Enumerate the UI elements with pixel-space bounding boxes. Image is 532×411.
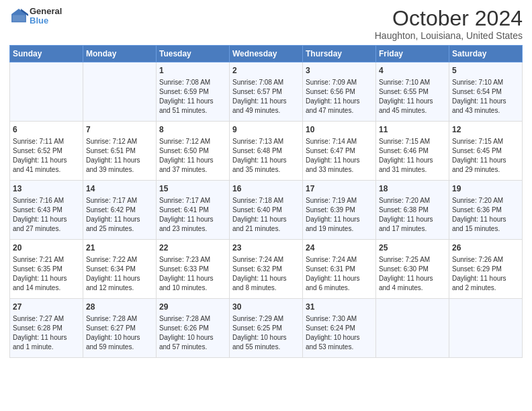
day-number: 15 bbox=[159, 183, 226, 195]
table-row bbox=[83, 62, 157, 122]
day-number: 25 bbox=[379, 242, 446, 254]
calendar-header: Sunday Monday Tuesday Wednesday Thursday… bbox=[10, 46, 523, 62]
day-number: 4 bbox=[379, 65, 446, 77]
logo-line2: Blue bbox=[30, 16, 62, 26]
col-wednesday: Wednesday bbox=[230, 46, 303, 62]
table-row: 9Sunrise: 7:13 AMSunset: 6:48 PMDaylight… bbox=[230, 122, 303, 181]
table-row: 18Sunrise: 7:20 AMSunset: 6:38 PMDayligh… bbox=[376, 181, 449, 240]
day-number: 29 bbox=[159, 302, 226, 313]
logo-icon bbox=[9, 7, 28, 26]
table-row: 23Sunrise: 7:24 AMSunset: 6:32 PMDayligh… bbox=[230, 240, 303, 299]
day-number: 6 bbox=[13, 124, 80, 136]
table-row: 29Sunrise: 7:28 AMSunset: 6:26 PMDayligh… bbox=[157, 299, 230, 358]
day-number: 11 bbox=[379, 124, 446, 136]
day-number: 1 bbox=[159, 65, 226, 77]
col-friday: Friday bbox=[376, 46, 449, 62]
table-row bbox=[10, 62, 83, 122]
table-row: 22Sunrise: 7:23 AMSunset: 6:33 PMDayligh… bbox=[157, 240, 230, 299]
day-number: 16 bbox=[232, 183, 300, 195]
table-row: 14Sunrise: 7:17 AMSunset: 6:42 PMDayligh… bbox=[83, 181, 157, 240]
day-number: 21 bbox=[86, 242, 153, 254]
day-number: 23 bbox=[232, 242, 300, 254]
table-row: 17Sunrise: 7:19 AMSunset: 6:39 PMDayligh… bbox=[303, 181, 376, 240]
day-number: 22 bbox=[159, 242, 226, 254]
day-number: 28 bbox=[86, 302, 153, 313]
day-number: 18 bbox=[379, 183, 446, 195]
table-row: 12Sunrise: 7:15 AMSunset: 6:45 PMDayligh… bbox=[449, 122, 523, 181]
table-row: 31Sunrise: 7:30 AMSunset: 6:24 PMDayligh… bbox=[303, 299, 376, 358]
day-number: 10 bbox=[306, 124, 373, 136]
logo-text: General Blue bbox=[30, 7, 62, 26]
page-title: October 2024 bbox=[375, 7, 523, 30]
table-row: 21Sunrise: 7:22 AMSunset: 6:34 PMDayligh… bbox=[83, 240, 157, 299]
col-sunday: Sunday bbox=[10, 46, 83, 62]
table-row: 26Sunrise: 7:26 AMSunset: 6:29 PMDayligh… bbox=[449, 240, 523, 299]
day-number: 19 bbox=[452, 183, 519, 195]
table-row: 11Sunrise: 7:15 AMSunset: 6:46 PMDayligh… bbox=[376, 122, 449, 181]
table-row: 20Sunrise: 7:21 AMSunset: 6:35 PMDayligh… bbox=[10, 240, 83, 299]
day-number: 12 bbox=[452, 124, 519, 136]
table-row: 5Sunrise: 7:10 AMSunset: 6:54 PMDaylight… bbox=[449, 62, 523, 122]
day-number: 13 bbox=[13, 183, 80, 195]
calendar-table: Sunday Monday Tuesday Wednesday Thursday… bbox=[9, 45, 523, 358]
logo-line1: General bbox=[30, 7, 62, 16]
day-number: 3 bbox=[306, 65, 373, 77]
title-block: October 2024 Haughton, Louisiana, United… bbox=[375, 7, 523, 41]
table-row: 13Sunrise: 7:16 AMSunset: 6:43 PMDayligh… bbox=[10, 181, 83, 240]
day-number: 8 bbox=[159, 124, 226, 136]
col-tuesday: Tuesday bbox=[157, 46, 230, 62]
table-row: 27Sunrise: 7:27 AMSunset: 6:28 PMDayligh… bbox=[10, 299, 83, 358]
table-row: 1Sunrise: 7:08 AMSunset: 6:59 PMDaylight… bbox=[157, 62, 230, 122]
table-row: 7Sunrise: 7:12 AMSunset: 6:51 PMDaylight… bbox=[83, 122, 157, 181]
table-row: 4Sunrise: 7:10 AMSunset: 6:55 PMDaylight… bbox=[376, 62, 449, 122]
col-saturday: Saturday bbox=[449, 46, 523, 62]
page-subtitle: Haughton, Louisiana, United States bbox=[375, 30, 523, 41]
day-number: 14 bbox=[86, 183, 153, 195]
col-thursday: Thursday bbox=[303, 46, 376, 62]
col-monday: Monday bbox=[83, 46, 157, 62]
table-row: 2Sunrise: 7:08 AMSunset: 6:57 PMDaylight… bbox=[230, 62, 303, 122]
day-number: 26 bbox=[452, 242, 519, 254]
day-number: 9 bbox=[232, 124, 300, 136]
table-row: 24Sunrise: 7:24 AMSunset: 6:31 PMDayligh… bbox=[303, 240, 376, 299]
table-row: 3Sunrise: 7:09 AMSunset: 6:56 PMDaylight… bbox=[303, 62, 376, 122]
day-number: 27 bbox=[13, 302, 80, 313]
table-row: 6Sunrise: 7:11 AMSunset: 6:52 PMDaylight… bbox=[10, 122, 83, 181]
page: General Blue October 2024 Haughton, Loui… bbox=[0, 0, 532, 411]
table-row: 15Sunrise: 7:17 AMSunset: 6:41 PMDayligh… bbox=[157, 181, 230, 240]
table-row: 28Sunrise: 7:28 AMSunset: 6:27 PMDayligh… bbox=[83, 299, 157, 358]
day-number: 31 bbox=[306, 302, 373, 313]
table-row: 19Sunrise: 7:20 AMSunset: 6:36 PMDayligh… bbox=[449, 181, 523, 240]
day-number: 7 bbox=[86, 124, 153, 136]
day-number: 30 bbox=[232, 302, 300, 313]
table-row: 16Sunrise: 7:18 AMSunset: 6:40 PMDayligh… bbox=[230, 181, 303, 240]
calendar-body: 1Sunrise: 7:08 AMSunset: 6:59 PMDaylight… bbox=[10, 62, 523, 358]
day-number: 17 bbox=[306, 183, 373, 195]
header: General Blue October 2024 Haughton, Loui… bbox=[9, 7, 523, 41]
day-number: 24 bbox=[306, 242, 373, 254]
day-number: 2 bbox=[232, 65, 300, 77]
table-row: 8Sunrise: 7:12 AMSunset: 6:50 PMDaylight… bbox=[157, 122, 230, 181]
table-row: 10Sunrise: 7:14 AMSunset: 6:47 PMDayligh… bbox=[303, 122, 376, 181]
table-row bbox=[376, 299, 449, 358]
table-row: 30Sunrise: 7:29 AMSunset: 6:25 PMDayligh… bbox=[230, 299, 303, 358]
table-row bbox=[449, 299, 523, 358]
day-number: 5 bbox=[452, 65, 519, 77]
day-number: 20 bbox=[13, 242, 80, 254]
svg-rect-2 bbox=[13, 15, 26, 21]
logo: General Blue bbox=[9, 7, 62, 26]
table-row: 25Sunrise: 7:25 AMSunset: 6:30 PMDayligh… bbox=[376, 240, 449, 299]
